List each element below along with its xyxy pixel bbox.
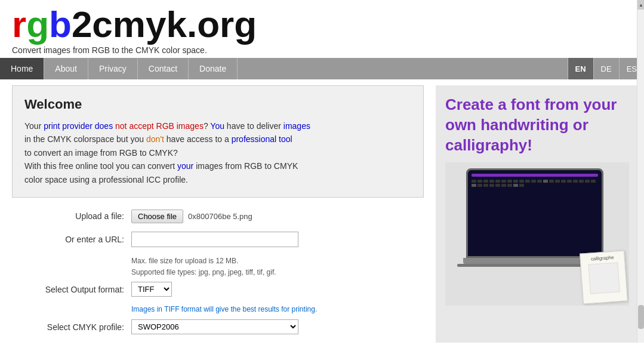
profile-row: Select CMYK profile: SWOP2006 ISOcoated_… [12,319,424,334]
welcome-p1-blue1: print provider does [44,121,115,131]
nav-spacer [238,58,567,79]
main-layout: Welcome Your print provider does not acc… [0,79,644,343]
format-controls: TIFF JPEG PNG [131,282,172,297]
format-row: Select Output format: TIFF JPEG PNG [12,282,424,297]
nav-about[interactable]: About [44,58,88,79]
upload-row: Upload a file: Choose file 0x800706be 5.… [12,210,424,223]
welcome-p1-4: in the CMYK colorspace but you [24,134,146,144]
nav-home[interactable]: Home [0,58,44,79]
hint-types-text: Supported file types: jpg, png, jpeg, ti… [131,268,276,276]
welcome-p1-orange: don't [146,134,164,144]
url-label: Or enter a URL: [12,235,131,244]
url-row: Or enter a URL: [12,232,424,247]
ad-title: Create a font from your own handwriting … [445,95,629,155]
header: rgb2cmyk.org Convert images from RGB to … [0,0,644,58]
form-area: Upload a file: Choose file 0x800706be 5.… [12,210,424,334]
right-sidebar: Create a font from your own handwriting … [436,85,639,343]
upload-label: Upload a file: [12,211,131,221]
welcome-p1-red: not accept RGB images [115,121,204,131]
welcome-p1-2: ? [204,121,210,131]
logo-rest: 2cmyk.org [72,4,257,45]
upload-controls: Choose file 0x800706be 5.png [131,210,252,223]
scroll-up-arrow[interactable]: ▲ [637,0,644,10]
nav-privacy[interactable]: Privacy [88,58,138,79]
logo-b: b [49,4,72,45]
welcome-box: Welcome Your print provider does not acc… [12,85,424,198]
lang-en[interactable]: EN [568,58,593,79]
format-select[interactable]: TIFF JPEG PNG [131,282,172,297]
welcome-p2-2: images from RGB to CMYK [193,161,298,171]
welcome-text: Your print provider does not accept RGB … [24,119,411,186]
profile-label: Select CMYK profile: [12,322,131,332]
profile-controls: SWOP2006 ISOcoated_v2 USWebCoatedSWOP [131,319,298,334]
lang-de[interactable]: DE [593,58,619,79]
logo-g: g [26,4,49,45]
format-hint-text: Images in TIFF format will give the best… [131,305,317,313]
url-controls [131,232,298,247]
scroll-thumb[interactable] [638,305,644,329]
logo-r: r [12,4,26,45]
file-size-hint: Max. file size for upload is 12 MB. Supp… [131,256,424,278]
logo: rgb2cmyk.org [12,6,632,43]
welcome-p1-5: have access to a [164,134,232,144]
welcome-p2-3: color space using a professional ICC pro… [24,175,188,184]
tagline: Convert images from RGB to the CMYK colo… [12,45,632,55]
navbar: Home About Privacy Contact Donate EN DE … [0,58,644,79]
file-name-display: 0x800706be 5.png [188,212,252,221]
welcome-p1-6: to convert an image from RGB to CMYK? [24,148,178,158]
url-input[interactable] [131,232,298,247]
welcome-p1-blue4: professional tool [232,134,292,144]
welcome-p1-blue3: images [284,121,310,131]
left-content: Welcome Your print provider does not acc… [0,85,436,343]
welcome-p2-1: With this free online tool you can conve… [24,161,177,171]
format-label: Select Output format: [12,285,131,294]
welcome-p2-blue1: your [177,161,193,171]
welcome-p1-1: Your [24,121,44,131]
ad-image[interactable]: calligraphe [445,162,629,318]
welcome-p1-3: have to deliver [224,121,284,131]
hint-size-text: Max. file size for upload is 12 MB. [131,257,238,265]
scrollbar[interactable]: ▲ ▼ [637,0,644,343]
profile-select[interactable]: SWOP2006 ISOcoated_v2 USWebCoatedSWOP [131,319,298,334]
format-hint: Images in TIFF format will give the best… [131,305,424,313]
nav-donate[interactable]: Donate [189,58,238,79]
nav-contact[interactable]: Contact [138,58,189,79]
choose-file-button[interactable]: Choose file [131,210,183,223]
logo-rgb: rgb [12,4,72,45]
welcome-p1-blue2: You [210,121,224,131]
welcome-title: Welcome [24,97,411,112]
